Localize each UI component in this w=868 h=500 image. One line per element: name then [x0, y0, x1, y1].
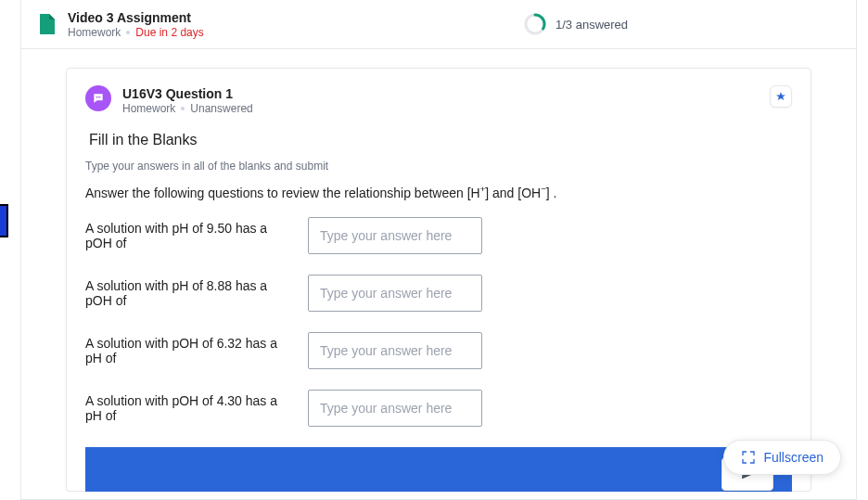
blank-label: A solution with pOH of 6.32 has a pH of [85, 336, 297, 365]
meta-dot-icon [126, 31, 130, 34]
assignment-title: Video 3 Assignment [68, 9, 524, 26]
blank-input[interactable] [308, 390, 482, 427]
chat-bubble-icon [85, 85, 111, 111]
fullscreen-label: Fullscreen [763, 450, 823, 465]
question-status-label: Unanswered [190, 102, 252, 115]
blank-input[interactable] [308, 217, 482, 254]
progress-label: 1/3 answered [555, 18, 628, 32]
svg-point-3 [97, 96, 99, 98]
fullscreen-button[interactable]: Fullscreen [723, 440, 841, 475]
star-icon [775, 91, 786, 102]
intro-prefix: Answer the following questions to review… [85, 186, 471, 200]
assignment-container: Video 3 Assignment Homework Due in 2 day… [20, 0, 857, 500]
svg-point-4 [99, 96, 101, 98]
blank-label: A solution with pOH of 4.30 has a pH of [85, 393, 297, 423]
intro-mid: ] and [ [485, 186, 521, 200]
document-icon [38, 14, 55, 34]
svg-point-2 [96, 96, 97, 98]
assignment-meta: Homework Due in 2 days [68, 26, 524, 39]
assignment-type-label: Homework [68, 26, 121, 39]
blank-row: A solution with pH of 9.50 has a pOH of [85, 217, 792, 254]
question-type-label: Homework [122, 102, 175, 115]
blank-input[interactable] [308, 332, 482, 369]
blank-row: A solution with pOH of 6.32 has a pH of [85, 332, 792, 369]
intro-h-species: H+ [471, 186, 486, 200]
fullscreen-icon [741, 450, 756, 465]
question-meta: Homework Unanswered [122, 102, 792, 115]
assignment-header-bar: Video 3 Assignment Homework Due in 2 day… [21, 0, 856, 49]
assignment-title-block: Video 3 Assignment Homework Due in 2 day… [68, 9, 524, 39]
star-button[interactable] [770, 85, 792, 108]
meta-dot-icon [181, 107, 185, 110]
blank-label: A solution with pH of 8.88 has a pOH of [85, 278, 297, 308]
hint-text: Type your answers in all of the blanks a… [85, 160, 792, 173]
intro-h: H [471, 186, 480, 200]
question-title: U16V3 Question 1 [122, 85, 792, 102]
progress-area: 1/3 answered [524, 13, 839, 35]
left-edge-tab[interactable] [0, 204, 8, 237]
question-card: U16V3 Question 1 Homework Unanswered Fil… [66, 68, 811, 492]
assignment-due-label: Due in 2 days [135, 26, 203, 39]
blank-row: A solution with pH of 8.88 has a pOH of [85, 275, 792, 312]
progress-ring-icon [524, 13, 546, 35]
submit-bar [85, 447, 792, 492]
intro-oh-species: OH− [521, 186, 546, 200]
intro-suffix: ] . [546, 186, 557, 200]
blank-label: A solution with pH of 9.50 has a pOH of [85, 221, 297, 250]
section-heading: Fill in the Blanks [85, 132, 792, 148]
question-intro: Answer the following questions to review… [85, 186, 792, 200]
intro-oh: OH [521, 186, 541, 200]
content-area: U16V3 Question 1 Homework Unanswered Fil… [21, 49, 856, 492]
question-header: U16V3 Question 1 Homework Unanswered [67, 69, 811, 124]
blank-input[interactable] [308, 275, 482, 312]
blank-row: A solution with pOH of 4.30 has a pH of [85, 390, 792, 427]
question-title-block: U16V3 Question 1 Homework Unanswered [122, 85, 792, 115]
question-body: Fill in the Blanks Type your answers in … [67, 124, 811, 492]
